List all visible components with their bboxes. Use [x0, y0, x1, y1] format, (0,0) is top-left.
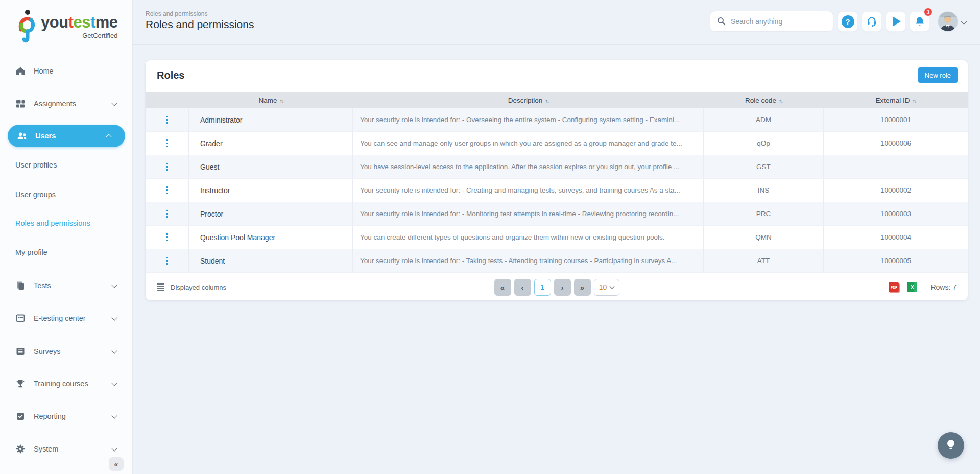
row-menu-icon[interactable]: [163, 184, 171, 197]
row-menu-icon[interactable]: [163, 255, 171, 267]
table-row[interactable]: Guest You have session-level access to t…: [146, 155, 968, 179]
reporting-icon: [15, 411, 26, 421]
page-number-button[interactable]: 1: [534, 279, 551, 296]
users-icon: [17, 131, 27, 141]
page-size-select[interactable]: 10: [594, 279, 619, 296]
last-page-button[interactable]: »: [574, 279, 591, 296]
role-description: You have session-level access to the app…: [353, 155, 704, 178]
surveys-icon: [15, 346, 26, 357]
table-row[interactable]: Grader You can see and manage only user …: [146, 132, 968, 155]
hints-fab-button[interactable]: [938, 432, 964, 459]
sidebar-item-reporting[interactable]: Reporting: [0, 409, 133, 424]
headset-icon: [866, 15, 878, 28]
account-menu-chevron-icon[interactable]: [961, 18, 967, 25]
sidebar-item-user-groups[interactable]: User groups: [15, 191, 56, 199]
sidebar-item-home[interactable]: Home: [0, 63, 133, 79]
global-search[interactable]: [710, 11, 833, 32]
external-id: 10000003: [824, 202, 968, 225]
logo-icon: [15, 8, 38, 43]
table-row[interactable]: Proctor Your security role is intended f…: [146, 202, 968, 226]
role-description: You can create different types of questi…: [353, 226, 704, 249]
role-description: Your security role is intended for: - Mo…: [353, 202, 704, 225]
column-header-description[interactable]: Description↑↓: [353, 92, 704, 108]
row-menu-icon[interactable]: [163, 114, 171, 126]
bell-icon: [914, 15, 926, 28]
sidebar-item-assignments[interactable]: Assignments: [0, 96, 133, 111]
chevron-down-icon: [111, 315, 117, 320]
chevron-down-icon: [111, 348, 117, 353]
row-menu-icon[interactable]: [163, 137, 171, 150]
displayed-columns-button[interactable]: Displayed columns: [157, 273, 226, 301]
first-page-button[interactable]: «: [494, 279, 511, 296]
previous-page-button[interactable]: ‹: [514, 279, 531, 296]
home-icon: [15, 66, 26, 76]
sidebar-collapse-button[interactable]: «: [109, 457, 124, 471]
sidebar-item-training-courses[interactable]: Training courses: [0, 376, 133, 391]
gear-icon: [15, 444, 26, 454]
lightbulb-icon: [945, 439, 957, 452]
sort-icon[interactable]: ↑↓: [779, 98, 782, 104]
row-menu-icon[interactable]: [163, 208, 171, 220]
chevron-up-icon: [106, 134, 111, 139]
e-testing-center-icon: [15, 313, 26, 323]
role-description: Your security role is intended for: - Cr…: [353, 179, 704, 202]
chevron-down-icon: [111, 282, 117, 288]
external-id: 10000004: [824, 226, 968, 249]
video-tutorials-button[interactable]: [886, 11, 906, 32]
role-name: Grader: [189, 132, 353, 155]
assignments-icon: [15, 99, 26, 109]
export-pdf-icon[interactable]: PDF: [889, 282, 899, 292]
sort-icon[interactable]: ↑↓: [912, 98, 916, 104]
logo-subtitle: GetCertified: [41, 32, 118, 39]
row-menu-icon[interactable]: [163, 161, 171, 173]
chevron-down-icon: [111, 380, 117, 386]
pagination: « ‹ 1 › » 10: [146, 273, 968, 301]
sort-icon[interactable]: ↑↓: [545, 98, 548, 104]
export-excel-icon[interactable]: X: [907, 282, 917, 292]
sidebar-item-e-testing-center[interactable]: E-testing center: [0, 311, 133, 326]
play-icon: [893, 16, 901, 27]
avatar[interactable]: [938, 12, 958, 31]
chevron-down-icon: [111, 445, 117, 451]
table-row[interactable]: Administrator Your security role is inte…: [146, 108, 968, 132]
role-code: QMN: [704, 226, 824, 249]
row-menu-icon[interactable]: [163, 231, 171, 244]
header-divider: [133, 44, 980, 45]
help-button[interactable]: ?: [838, 11, 858, 32]
next-page-button[interactable]: ›: [554, 279, 571, 296]
table-row[interactable]: Question Pool Manager You can create dif…: [146, 226, 968, 249]
column-header-name[interactable]: Name↑↓: [189, 92, 353, 108]
export-area: PDF X Rows: 7: [889, 273, 957, 301]
new-role-button[interactable]: New role: [918, 67, 958, 83]
sidebar-item-roles-and-permissions[interactable]: Roles and permissions: [15, 219, 90, 227]
table-header-row: Name↑↓ Description↑↓ Role code↑↓ Externa…: [146, 92, 968, 108]
sidebar-item-tests[interactable]: Tests: [0, 278, 133, 293]
table-row[interactable]: Student Your security role is intended f…: [146, 249, 968, 273]
sidebar-item-system[interactable]: System: [0, 441, 133, 457]
search-input[interactable]: [731, 17, 823, 26]
column-header-actions: [146, 92, 189, 108]
app-logo[interactable]: youtestme GetCertified: [15, 8, 118, 43]
breadcrumb: Roles and permissions: [146, 10, 207, 17]
search-icon: [717, 17, 726, 26]
sidebar-item-user-profiles[interactable]: User profiles: [15, 161, 57, 169]
role-description: You can see and manage only user groups …: [353, 132, 704, 155]
support-button[interactable]: [862, 11, 882, 32]
column-header-role-code[interactable]: Role code↑↓: [704, 92, 824, 108]
sort-icon[interactable]: ↑↓: [280, 98, 283, 104]
tests-icon: [15, 280, 26, 291]
chevron-down-icon: [610, 284, 615, 289]
role-code: PRC: [704, 202, 824, 225]
sidebar: youtestme GetCertified Home Assignments …: [0, 0, 133, 474]
table-row[interactable]: Instructor Your security role is intende…: [146, 179, 968, 202]
sidebar-item-users[interactable]: Users: [8, 125, 125, 147]
external-id: 10000005: [824, 249, 968, 272]
sidebar-item-surveys[interactable]: Surveys: [0, 344, 133, 359]
role-code: qOp: [704, 132, 824, 155]
role-name: Proctor: [189, 202, 353, 225]
role-code: ADM: [704, 108, 824, 131]
page-title: Roles and permissions: [146, 18, 254, 31]
sidebar-item-my-profile[interactable]: My profile: [15, 248, 47, 256]
role-name: Student: [189, 249, 353, 272]
column-header-external-id[interactable]: External ID↑↓: [824, 92, 968, 108]
